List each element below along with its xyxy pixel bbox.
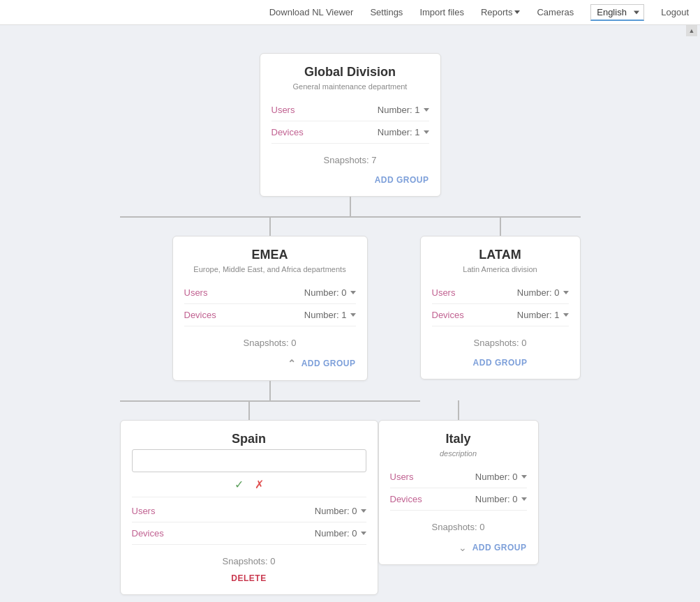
logout-link[interactable]: Logout [661, 7, 689, 17]
import-files-link[interactable]: Import files [419, 7, 464, 17]
spain-name-input[interactable] [132, 449, 366, 472]
global-division-users-row[interactable]: Users Number: 1 [271, 99, 429, 121]
spain-divider [132, 497, 366, 497]
italy-devices-row[interactable]: Devices Number: 0 [390, 488, 527, 511]
latam-actions: ADD GROUP [432, 355, 569, 368]
italy-users-row[interactable]: Users Number: 0 [390, 466, 527, 488]
spain-edit-actions: ✓ ✗ [132, 478, 366, 491]
italy-card: Italy description Users Number: 0 Devi [378, 420, 539, 565]
italy-users-chevron-icon [521, 475, 527, 479]
spain-cancel-button[interactable]: ✗ [255, 478, 264, 491]
main-content: Global Division General maintenance depa… [0, 25, 700, 602]
spain-users-label: Users [132, 506, 156, 516]
latam-snapshots: Snapshots: 0 [432, 333, 569, 348]
emea-card: EMEA Europe, Middle East, and Africa dep… [172, 236, 368, 381]
org-tree: Global Division General maintenance depa… [14, 46, 686, 595]
spain-vert-line [248, 400, 250, 420]
latam-branch: LATAM Latin America division Users Numbe… [420, 216, 581, 379]
emea-devices-row[interactable]: Devices Number: 1 [184, 304, 356, 326]
global-division-devices-row[interactable]: Devices Number: 1 [271, 121, 429, 144]
global-division-snapshots: Snapshots: 7 [271, 151, 429, 165]
spain-delete-button[interactable]: DELETE [132, 573, 366, 583]
spain-users-chevron-icon [361, 509, 366, 513]
italy-vert-line [458, 400, 459, 420]
spain-title: Spain [132, 432, 366, 446]
devices-value: Number: 1 [378, 127, 429, 137]
global-division-subtitle: General maintenance department [271, 82, 429, 91]
users-label: Users [271, 105, 295, 115]
latam-devices-row[interactable]: Devices Number: 1 [432, 304, 569, 326]
italy-expand-button[interactable]: ⌄ [459, 542, 467, 553]
latam-users-chevron-icon [563, 291, 569, 294]
settings-link[interactable]: Settings [370, 7, 403, 17]
global-division-actions: ADD GROUP [271, 172, 429, 185]
emea-collapse-button[interactable]: ⌃ [288, 358, 296, 369]
latam-devices-chevron-icon [563, 313, 569, 317]
emea-users-chevron-icon [350, 291, 356, 294]
scroll-up-button[interactable]: ▲ [686, 25, 697, 36]
language-selector[interactable]: English [590, 4, 644, 21]
emea-title: EMEA [184, 248, 356, 262]
italy-subtitle: description [390, 449, 527, 458]
download-nl-viewer-link[interactable]: Download NL Viewer [269, 7, 354, 17]
h-line-left [120, 216, 350, 218]
emea-users-row[interactable]: Users Number: 0 [184, 282, 356, 304]
users-value: Number: 1 [378, 105, 429, 115]
italy-users-label: Users [390, 472, 414, 482]
navbar: Download NL Viewer Settings Import files… [0, 0, 700, 25]
italy-devices-chevron-icon [521, 497, 527, 501]
emea-to-l3-vert [269, 381, 271, 400]
root-vert-line [350, 197, 351, 216]
latam-vert-line [500, 216, 501, 236]
l3-h-line-left [120, 400, 270, 402]
latam-subtitle: Latin America division [432, 265, 569, 273]
emea-vert-line [269, 216, 271, 236]
emea-users-label: Users [184, 287, 208, 298]
reports-chevron-icon [514, 10, 520, 14]
italy-branch: Italy description Users Number: 0 Devi [378, 400, 539, 565]
italy-devices-label: Devices [390, 494, 422, 504]
latam-title: LATAM [432, 248, 569, 262]
cameras-link[interactable]: Cameras [537, 7, 574, 17]
latam-card: LATAM Latin America division Users Numbe… [420, 236, 581, 379]
latam-devices-label: Devices [432, 310, 464, 320]
emea-add-group-button[interactable]: ADD GROUP [301, 359, 356, 368]
italy-actions: ⌄ ADD GROUP [390, 539, 527, 553]
spain-users-row[interactable]: Users Number: 0 [132, 500, 366, 522]
global-division-title: Global Division [271, 65, 429, 80]
devices-label: Devices [271, 127, 304, 137]
emea-branch: EMEA Europe, Middle East, and Africa dep… [120, 216, 420, 595]
reports-dropdown[interactable]: Reports [481, 7, 521, 17]
spain-devices-label: Devices [132, 528, 164, 539]
language-select[interactable]: English [590, 4, 644, 21]
spain-confirm-button[interactable]: ✓ [234, 478, 244, 491]
h-line-right [350, 216, 581, 218]
spain-devices-chevron-icon [361, 532, 366, 535]
emea-devices-label: Devices [184, 310, 216, 320]
italy-add-group-button[interactable]: ADD GROUP [472, 543, 527, 552]
emea-subtitle: Europe, Middle East, and Africa departme… [184, 265, 356, 273]
emea-snapshots: Snapshots: 0 [184, 333, 356, 348]
spain-devices-row[interactable]: Devices Number: 0 [132, 522, 366, 545]
latam-users-label: Users [432, 287, 456, 298]
global-division-add-group-button[interactable]: ADD GROUP [375, 175, 429, 185]
italy-title: Italy [390, 432, 527, 446]
users-chevron-icon [424, 108, 429, 112]
l3-h-line-right [270, 400, 420, 402]
emea-devices-chevron-icon [350, 313, 356, 317]
spain-card: Spain ✓ ✗ Users Number: 0 [120, 420, 378, 595]
latam-add-group-button[interactable]: ADD GROUP [432, 358, 569, 368]
reports-label: Reports [481, 7, 513, 17]
spain-branch: Spain ✓ ✗ Users Number: 0 [120, 400, 378, 595]
emea-actions: ⌃ ADD GROUP [184, 355, 356, 369]
level3-branch: Spain ✓ ✗ Users Number: 0 [120, 400, 420, 595]
devices-chevron-icon [424, 130, 429, 134]
spain-snapshots: Snapshots: 0 [132, 552, 366, 566]
italy-snapshots: Snapshots: 0 [390, 518, 527, 532]
latam-users-row[interactable]: Users Number: 0 [432, 282, 569, 304]
level2-branch: EMEA Europe, Middle East, and Africa dep… [120, 216, 581, 595]
global-division-card: Global Division General maintenance depa… [260, 53, 441, 197]
